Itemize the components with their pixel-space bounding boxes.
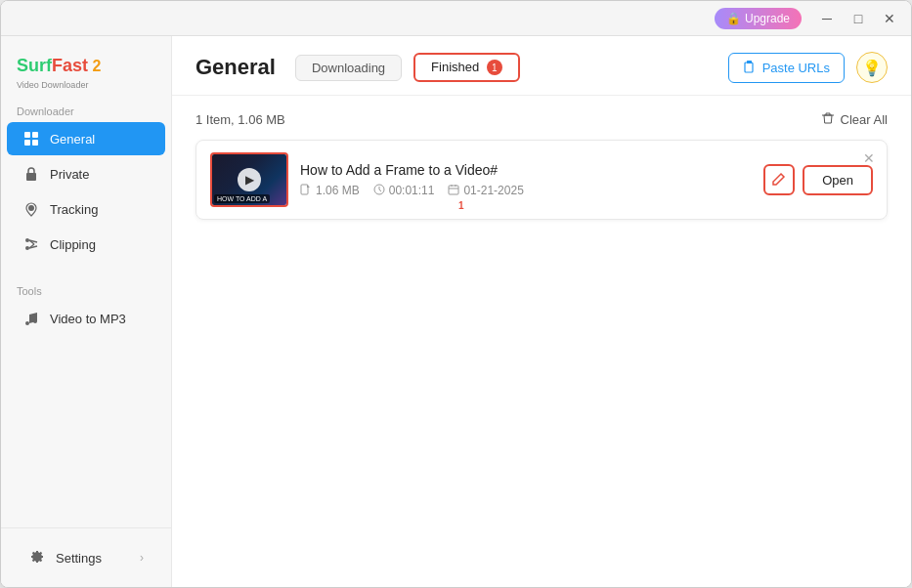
- calendar-icon: [448, 184, 459, 198]
- meta-date: 01-21-2025: [448, 184, 523, 198]
- sidebar: SurfFast 2 Video Downloader Downloader G…: [1, 36, 172, 587]
- sidebar-item-private[interactable]: Private: [7, 157, 165, 190]
- svg-rect-15: [301, 185, 308, 194]
- music-icon: [22, 310, 40, 327]
- svg-point-7: [25, 238, 29, 242]
- lock-icon: 🔒: [726, 12, 741, 25]
- card-actions: Open: [763, 164, 873, 195]
- card-info: How to Add a Frame to a Video# 1.06 MB: [300, 162, 752, 198]
- tracking-icon: [22, 200, 40, 218]
- tab-finished[interactable]: Finished 1: [413, 53, 520, 83]
- svg-rect-0: [24, 132, 30, 138]
- svg-point-5: [28, 205, 34, 211]
- download-card: ✕ ▶ HOW TO ADD A 1 How to Add a Frame to…: [195, 140, 888, 220]
- general-icon: [22, 130, 40, 147]
- title-bar-controls: 🔒 Upgrade ─ □ ✕: [715, 5, 903, 32]
- settings-icon: [28, 549, 46, 567]
- items-summary-row: 1 Item, 1.06 MB Clear All: [195, 111, 888, 128]
- upgrade-button[interactable]: 🔒 Upgrade: [715, 8, 802, 29]
- sidebar-item-clipping[interactable]: Clipping: [7, 228, 165, 261]
- svg-rect-14: [747, 61, 752, 63]
- sidebar-bottom: Settings ›: [1, 527, 171, 587]
- app-window: 🔒 Upgrade ─ □ ✕ SurfFast 2 Video Downloa…: [0, 0, 912, 588]
- sidebar-item-settings[interactable]: Settings ›: [13, 541, 159, 574]
- sidebar-item-general-label: General: [50, 132, 95, 147]
- sidebar-item-private-label: Private: [50, 167, 89, 182]
- minimize-button[interactable]: ─: [813, 5, 841, 32]
- private-icon: [22, 165, 40, 183]
- main-layout: SurfFast 2 Video Downloader Downloader G…: [1, 36, 911, 587]
- close-button[interactable]: ✕: [876, 5, 903, 32]
- settings-chevron: ›: [140, 551, 144, 565]
- svg-rect-13: [745, 63, 753, 72]
- svg-rect-4: [26, 173, 36, 181]
- card-meta: 1.06 MB 00:01:11: [300, 184, 752, 198]
- downloader-section-label: Downloader: [1, 98, 171, 121]
- sidebar-item-video-to-mp3-label: Video to MP3: [50, 312, 126, 326]
- logo-fast: Fast: [52, 56, 88, 75]
- sidebar-item-clipping-label: Clipping: [50, 237, 96, 252]
- svg-point-6: [25, 246, 29, 250]
- logo-surf: Surf: [17, 56, 52, 75]
- clipping-icon: [22, 235, 40, 253]
- logo-subtitle: Video Downloader: [1, 80, 171, 98]
- trash-icon: [821, 111, 835, 128]
- tab-downloading[interactable]: Downloading: [295, 55, 402, 81]
- video-thumbnail: ▶ HOW TO ADD A: [210, 152, 288, 207]
- card-title: How to Add a Frame to a Video#: [300, 162, 752, 178]
- card-close-button[interactable]: ✕: [859, 148, 879, 168]
- logo-number: 2: [92, 58, 101, 74]
- tools-section-label: Tools: [1, 277, 171, 301]
- theme-toggle-button[interactable]: 💡: [856, 52, 888, 83]
- sidebar-item-video-to-mp3[interactable]: Video to MP3: [7, 302, 165, 335]
- edit-button[interactable]: [763, 164, 795, 195]
- sidebar-item-tracking[interactable]: Tracking: [7, 192, 165, 226]
- maximize-button[interactable]: □: [845, 5, 872, 32]
- clock-icon: [373, 184, 385, 198]
- sidebar-item-general[interactable]: General: [7, 122, 165, 155]
- svg-rect-1: [32, 132, 38, 138]
- page-title: General: [195, 55, 276, 80]
- clear-all-button[interactable]: Clear All: [821, 111, 888, 128]
- open-button[interactable]: Open: [803, 165, 873, 195]
- svg-rect-2: [24, 140, 30, 146]
- svg-point-12: [33, 319, 37, 323]
- edit-icon: [772, 172, 786, 189]
- meta-size: 1.06 MB: [300, 184, 360, 198]
- header-actions: Paste URLs 💡: [728, 52, 888, 83]
- content-body: 1 Item, 1.06 MB Clear All ✕: [172, 96, 911, 587]
- play-icon: ▶: [238, 168, 261, 191]
- content-header: General Downloading Finished 1: [172, 36, 911, 96]
- light-icon: 💡: [862, 59, 882, 77]
- settings-label: Settings: [56, 551, 102, 566]
- meta-duration: 00:01:11: [373, 184, 435, 198]
- annotation-1: 1: [458, 200, 464, 211]
- file-icon: [300, 184, 312, 198]
- paste-urls-button[interactable]: Paste URLs: [728, 53, 845, 83]
- content-area: General Downloading Finished 1: [172, 36, 911, 587]
- thumb-label-text: HOW TO ADD A: [214, 194, 270, 203]
- svg-rect-17: [449, 186, 458, 194]
- finished-badge: 1: [487, 60, 502, 75]
- title-bar: 🔒 Upgrade ─ □ ✕: [1, 1, 911, 36]
- sidebar-item-tracking-label: Tracking: [50, 202, 98, 217]
- paste-icon: [743, 60, 757, 76]
- items-count: 1 Item, 1.06 MB: [195, 112, 285, 127]
- svg-rect-3: [32, 140, 38, 146]
